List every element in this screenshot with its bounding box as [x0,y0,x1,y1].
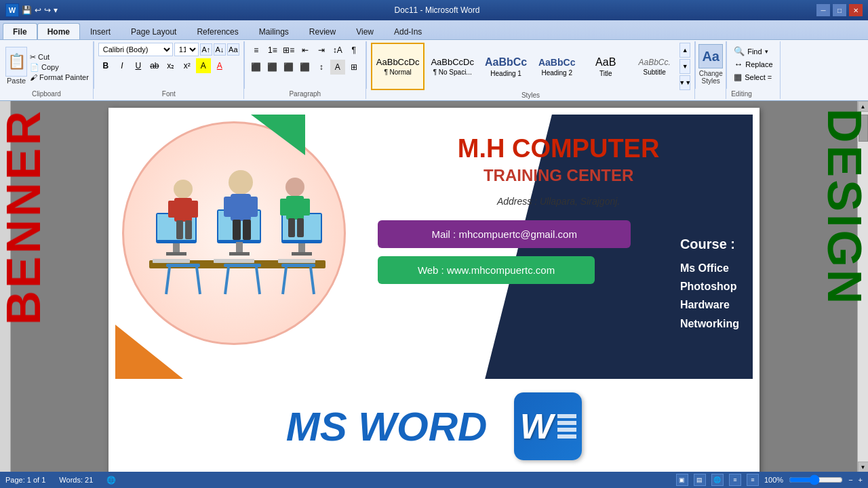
style-no-spacing-label: ¶ No Spaci... [433,68,472,76]
orange-triangle [115,325,183,379]
tab-review[interactable]: Review [299,23,346,39]
word-logo-letter: W [520,406,553,447]
underline-button[interactable]: U [131,58,146,73]
document-page[interactable]: M.H COMPUTER TRAINING CENTER Address : U… [108,108,760,472]
clear-format-button[interactable]: Aa [227,43,239,56]
change-styles-button[interactable]: Aa ChangeStyles [698,44,723,85]
cut-button[interactable]: ✂ Cut [30,53,89,62]
document-scroll[interactable]: BENNER DESIGN [11,101,857,472]
numbering-button[interactable]: 1≡ [265,43,280,58]
page-indicator: Page: 1 of 1 [5,476,45,484]
find-button[interactable]: 🔍 Find ▾ [731,45,775,57]
tab-mailings[interactable]: Mailings [249,23,299,39]
draft-button[interactable]: ≡ [747,474,759,486]
strikethrough-button[interactable]: ab [147,58,162,73]
ribbon-content: 📋 Paste ✂ Cut 📄 Copy 🖌 Format Painter Cl… [0,39,868,100]
vertical-scrollbar[interactable]: ▲ ▼ [857,101,868,472]
svg-rect-23 [174,198,192,222]
bold-button[interactable]: B [98,58,113,73]
align-right-button[interactable]: ⬛ [281,60,296,75]
tab-page-layout[interactable]: Page Layout [121,23,186,39]
shrink-font-button[interactable]: A↓ [214,43,226,56]
scroll-down-button[interactable]: ▼ [858,462,869,472]
style-normal[interactable]: AaBbCcDc ¶ Normal [371,43,425,90]
styles-scroll-up[interactable]: ▲ [679,43,690,58]
styles-expand[interactable]: ▼▼ [679,75,690,90]
subscript-button[interactable]: x₂ [163,58,178,73]
superscript-button[interactable]: x² [180,58,195,73]
multilevel-button[interactable]: ⊞≡ [281,43,296,58]
format-painter-button[interactable]: 🖌 Format Painter [30,73,89,81]
tab-file[interactable]: File [3,23,37,39]
style-h2-preview: AaBbCc [538,57,575,68]
font-color-button[interactable]: A [212,58,227,73]
zoom-in-icon[interactable]: + [859,476,863,484]
right-side-banner-text: DESIGN [814,108,857,306]
undo-quick-btn[interactable]: ↩ [35,5,41,15]
close-button[interactable]: ✕ [849,4,863,16]
redo-quick-btn[interactable]: ↪ [44,5,51,15]
copy-button[interactable]: 📄 Copy [30,63,89,72]
zoom-out-icon[interactable]: − [848,476,852,484]
change-styles-icon: Aa [698,44,723,68]
tab-view[interactable]: View [346,23,384,39]
svg-rect-19 [248,197,258,217]
svg-rect-7 [236,242,243,252]
style-title[interactable]: AaB Title [582,43,629,90]
banner-title-line1: M.H COMPUTER [378,135,739,163]
tab-add-ins[interactable]: Add-Ins [384,23,432,39]
outline-button[interactable]: ≡ [729,474,741,486]
sort-button[interactable]: ↕A [330,43,345,58]
print-layout-button[interactable]: ▣ [676,474,688,486]
status-right: ▣ ▤ 🌐 ≡ ≡ 100% − + [676,474,863,486]
show-formatting-button[interactable]: ¶ [347,43,361,58]
style-subtitle[interactable]: AaBbCc. Subtitle [631,43,678,90]
font-family-select[interactable]: Calibri (Body) [98,43,173,56]
tab-insert[interactable]: Insert [80,23,121,39]
font-size-select[interactable]: 11 [174,43,199,56]
replace-icon: ↔ [734,59,743,69]
styles-scroll-down[interactable]: ▼ [679,59,690,74]
save-quick-btn[interactable]: 💾 [22,5,32,15]
align-left-button[interactable]: ⬛ [249,60,264,75]
svg-rect-31 [302,199,310,216]
tab-home[interactable]: Home [37,23,80,39]
change-styles-label: ChangeStyles [699,70,723,85]
paste-button[interactable]: 📋 Paste [4,45,28,86]
scroll-up-button[interactable]: ▲ [858,101,869,112]
maximize-button[interactable]: □ [833,4,846,16]
style-normal-preview: AaBbCcDc [376,57,420,67]
justify-button[interactable]: ⬛ [298,60,313,75]
decrease-indent-button[interactable]: ⇤ [298,43,313,58]
bullets-button[interactable]: ≡ [249,43,264,58]
paste-icon: 📋 [5,47,27,77]
select-button[interactable]: ▦ Select = [731,71,775,83]
replace-button[interactable]: ↔ Replace [731,58,775,70]
svg-rect-33 [297,218,304,237]
full-screen-button[interactable]: ▤ [694,474,706,486]
increase-indent-button[interactable]: ⇥ [314,43,329,58]
svg-line-42 [311,267,314,294]
shading-button[interactable]: A [330,60,345,75]
text-highlight-button[interactable]: A [196,58,211,73]
line-spacing-button[interactable]: ↕ [314,60,329,75]
grow-font-button[interactable]: A↑ [200,43,212,56]
minimize-button[interactable]: ─ [816,4,830,16]
borders-button[interactable]: ⊞ [347,60,361,75]
style-heading1[interactable]: AaBbCc Heading 1 [480,43,532,90]
style-no-spacing[interactable]: AaBbCcDc ¶ No Spaci... [426,43,479,90]
svg-rect-15 [278,259,315,263]
align-center-button[interactable]: ⬛ [265,60,280,75]
style-heading2[interactable]: AaBbCc Heading 2 [533,43,580,90]
tab-references[interactable]: References [186,23,248,39]
style-no-spacing-preview: AaBbCcDc [431,57,474,67]
zoom-slider[interactable] [789,474,843,485]
status-bar: Page: 1 of 1 Words: 21 🌐 ▣ ▤ 🌐 ≡ ≡ 100% … [0,472,868,488]
svg-line-37 [166,267,170,294]
svg-rect-4 [166,252,186,256]
web-layout-button[interactable]: 🌐 [711,474,724,486]
italic-button[interactable]: I [115,58,130,73]
scroll-thumb[interactable] [859,115,868,142]
svg-rect-12 [292,252,312,256]
change-styles-group: Aa ChangeStyles [696,41,726,99]
